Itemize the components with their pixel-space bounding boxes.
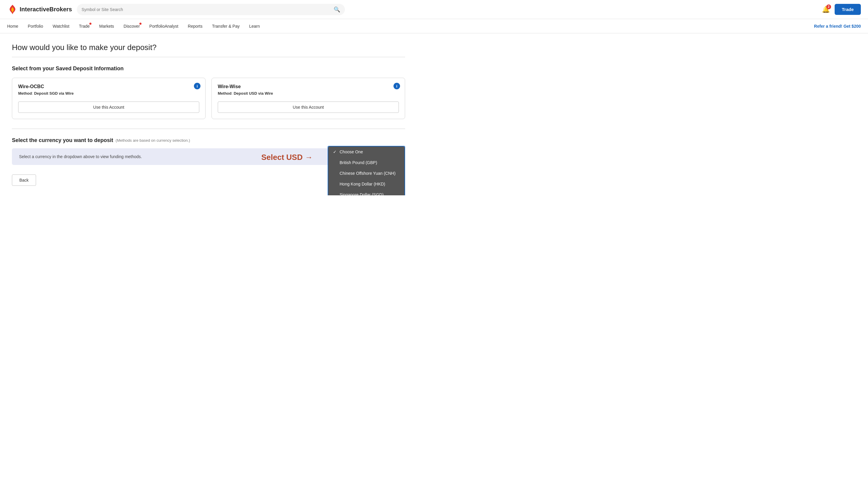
currency-sublabel: (Methods are based on currency selection… xyxy=(116,138,190,142)
search-bar[interactable]: 🔍 xyxy=(77,4,345,15)
nav-markets[interactable]: Markets xyxy=(99,23,114,30)
currency-option-sgd[interactable]: Singapore Dollar (SGD) xyxy=(328,189,404,195)
notification-bell[interactable]: 🔔 2 xyxy=(822,6,830,13)
deposit-cards: i Wire-OCBC Method: Deposit SGD via Wire… xyxy=(12,78,405,119)
nav-watchlist[interactable]: Watchlist xyxy=(53,23,69,30)
arrow-right-icon: → xyxy=(305,153,313,162)
logo-text: InteractiveBrokers xyxy=(20,6,72,13)
nav-discover[interactable]: Discover xyxy=(124,23,140,30)
currency-option-cnh[interactable]: Chinese Offshore Yuan (CNH) xyxy=(328,168,404,179)
trade-dot xyxy=(89,23,91,25)
header: InteractiveBrokers 🔍 🔔 2 Trade xyxy=(0,0,868,19)
select-usd-annotation: Select USD → xyxy=(261,153,313,162)
divider xyxy=(12,57,405,57)
use-account-wise-button[interactable]: Use this Account xyxy=(218,101,399,113)
search-input[interactable] xyxy=(82,7,331,12)
info-icon-ocbc[interactable]: i xyxy=(194,83,200,89)
discover-dot xyxy=(140,23,142,25)
card-wise-method: Method: Deposit USD via Wire xyxy=(218,91,399,96)
trade-button[interactable]: Trade xyxy=(835,4,861,15)
currency-row: Select a currency in the dropdown above … xyxy=(12,148,405,165)
nav-transfer-pay[interactable]: Transfer & Pay xyxy=(212,23,240,30)
logo-icon xyxy=(7,4,18,15)
nav-portfolio[interactable]: Portfolio xyxy=(28,23,43,30)
nav-refer[interactable]: Refer a friend! Get $200 xyxy=(814,23,861,30)
page-title: How would you like to make your deposit? xyxy=(12,43,405,52)
currency-section: Select the currency you want to deposit … xyxy=(12,137,405,165)
logo: InteractiveBrokers xyxy=(7,4,72,15)
nav-reports[interactable]: Reports xyxy=(188,23,203,30)
currency-option-hkd[interactable]: Hong Kong Dollar (HKD) xyxy=(328,179,404,189)
nav-learn[interactable]: Learn xyxy=(249,23,260,30)
currency-option-choose-one[interactable]: ✓ Choose One xyxy=(328,147,404,157)
header-actions: 🔔 2 Trade xyxy=(822,4,861,15)
nav-home[interactable]: Home xyxy=(7,23,18,30)
main-content: How would you like to make your deposit?… xyxy=(0,33,417,195)
info-icon-wise[interactable]: i xyxy=(394,83,400,89)
use-account-ocbc-button[interactable]: Use this Account xyxy=(18,101,199,113)
saved-deposit-title: Select from your Saved Deposit Informati… xyxy=(12,65,405,72)
search-icon: 🔍 xyxy=(334,6,340,13)
back-button[interactable]: Back xyxy=(12,174,36,186)
card-ocbc-name: Wire-OCBC xyxy=(18,84,199,89)
deposit-card-ocbc: i Wire-OCBC Method: Deposit SGD via Wire… xyxy=(12,78,206,119)
notification-badge: 2 xyxy=(826,4,831,9)
nav-portfolioanalyst[interactable]: PortfolioAnalyst xyxy=(149,23,178,30)
deposit-card-wise: i Wire-Wise Method: Deposit USD via Wire… xyxy=(212,78,405,119)
currency-title: Select the currency you want to deposit xyxy=(12,137,113,144)
card-ocbc-method: Method: Deposit SGD via Wire xyxy=(18,91,199,96)
nav: Home Portfolio Watchlist Trade Markets D… xyxy=(0,19,868,33)
currency-option-gbp[interactable]: British Pound (GBP) xyxy=(328,157,404,168)
currency-dropdown[interactable]: ✓ Choose One British Pound (GBP) Chinese… xyxy=(328,146,405,195)
card-wise-name: Wire-Wise xyxy=(218,84,399,89)
nav-trade[interactable]: Trade xyxy=(79,23,90,30)
checkmark-icon: ✓ xyxy=(333,150,337,154)
currency-select-box[interactable]: ✓ Choose One British Pound (GBP) Chinese… xyxy=(328,146,405,195)
divider2 xyxy=(12,129,405,129)
